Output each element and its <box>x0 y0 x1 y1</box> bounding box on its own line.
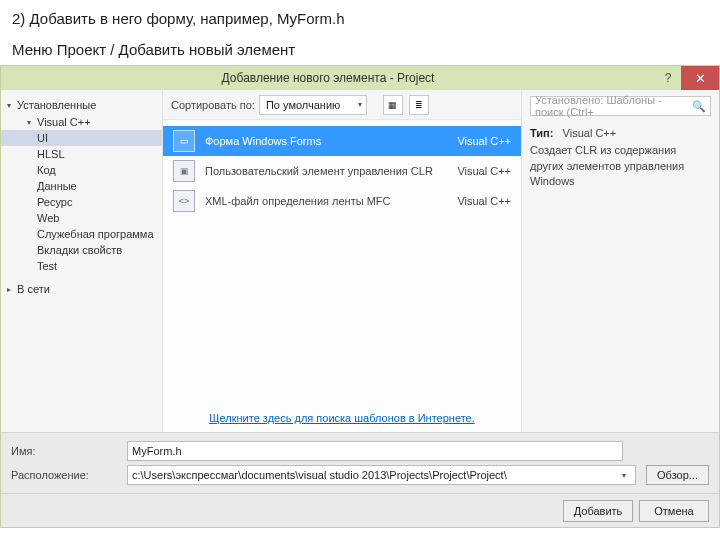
chevron-down-icon[interactable]: ▾ <box>617 471 631 480</box>
instruction-block: 2) Добавить в него форму, например, MyFo… <box>0 0 720 65</box>
tree-leaf[interactable]: Служебная программа <box>1 226 162 242</box>
tree-leaf[interactable]: Вкладки свойств <box>1 242 162 258</box>
tree-visual-cpp-label: Visual C++ <box>37 116 91 128</box>
template-language: Visual C++ <box>457 195 511 207</box>
view-details[interactable]: ≣ <box>409 95 429 115</box>
add-new-item-dialog: Добавление нового элемента - Project ? ✕… <box>0 65 720 528</box>
template-description: Тип: Visual C++ Создает CLR из содержани… <box>530 126 711 190</box>
template-label: Форма Windows Forms <box>205 135 447 147</box>
tree-leaf[interactable]: HLSL <box>1 146 162 162</box>
usercontrol-icon: ▣ <box>173 160 195 182</box>
type-value: Visual C++ <box>563 127 617 139</box>
tree-visual-cpp[interactable]: ▾ Visual C++ <box>1 114 162 130</box>
sort-dropdown[interactable]: По умолчанию <box>259 95 367 115</box>
category-tree: ▾ Установленные ▾ Visual C++ UIHLSLКодДа… <box>1 90 163 432</box>
instruction-line2: Меню Проект / Добавить новый элемент <box>12 39 708 62</box>
template-list: ▭Форма Windows FormsVisual C++▣Пользоват… <box>163 120 521 404</box>
caret-right-icon: ▸ <box>7 285 17 294</box>
online-templates-link[interactable]: Щелкните здесь для поиска шаблонов в Инт… <box>209 412 474 424</box>
template-language: Visual C++ <box>457 165 511 177</box>
titlebar: Добавление нового элемента - Project ? ✕ <box>1 66 719 90</box>
tree-installed-label: Установленные <box>17 99 96 111</box>
location-label: Расположение: <box>11 469 121 481</box>
winforms-icon: ▭ <box>173 130 195 152</box>
description-text: Создает CLR из содержания других элемент… <box>530 143 711 189</box>
tree-installed[interactable]: ▾ Установленные <box>1 96 162 114</box>
template-label: XML-файл определения ленты MFC <box>205 195 447 207</box>
dialog-buttons: Добавить Отмена <box>1 493 719 527</box>
tree-leaf[interactable]: Web <box>1 210 162 226</box>
type-prefix: Тип: <box>530 127 553 139</box>
details-panel: Установлено: Шаблоны - поиск (Ctrl+ 🔍 Ти… <box>521 90 719 432</box>
sort-label: Сортировать по: <box>171 99 255 111</box>
tree-leaf[interactable]: Код <box>1 162 162 178</box>
sort-value: По умолчанию <box>266 99 340 111</box>
caret-down-icon: ▾ <box>7 101 17 110</box>
template-row[interactable]: <>XML-файл определения ленты MFCVisual C… <box>163 186 521 216</box>
name-label: Имя: <box>11 445 121 457</box>
window-title: Добавление нового элемента - Project <box>1 71 655 85</box>
template-search-input[interactable]: Установлено: Шаблоны - поиск (Ctrl+ 🔍 <box>530 96 711 116</box>
tree-leaf[interactable]: Ресурс <box>1 194 162 210</box>
template-label: Пользовательский элемент управления CLR <box>205 165 447 177</box>
tree-leaf[interactable]: Test <box>1 258 162 274</box>
template-toolbar: Сортировать по: По умолчанию ▦ ≣ <box>163 90 521 120</box>
close-button[interactable]: ✕ <box>681 66 719 90</box>
instruction-line1: 2) Добавить в него форму, например, MyFo… <box>12 8 708 31</box>
tree-leaf[interactable]: UI <box>1 130 162 146</box>
search-icon: 🔍 <box>692 100 706 113</box>
tree-leaf[interactable]: Данные <box>1 178 162 194</box>
name-location-form: Имя: MyForm.h Расположение: c:\Users\экс… <box>1 432 719 493</box>
template-language: Visual C++ <box>457 135 511 147</box>
template-row[interactable]: ▣Пользовательский элемент управления CLR… <box>163 156 521 186</box>
dialog-body: ▾ Установленные ▾ Visual C++ UIHLSLКодДа… <box>1 90 719 432</box>
tree-online[interactable]: ▸ В сети <box>1 280 162 298</box>
cancel-button[interactable]: Отмена <box>639 500 709 522</box>
name-value: MyForm.h <box>132 445 182 457</box>
ribbon-xml-icon: <> <box>173 190 195 212</box>
search-placeholder: Установлено: Шаблоны - поиск (Ctrl+ <box>535 94 692 118</box>
view-large-icons[interactable]: ▦ <box>383 95 403 115</box>
online-templates-link-row: Щелкните здесь для поиска шаблонов в Инт… <box>163 404 521 432</box>
template-panel: Сортировать по: По умолчанию ▦ ≣ ▭Форма … <box>163 90 521 432</box>
location-input[interactable]: c:\Users\экспрессмаг\documents\visual st… <box>127 465 636 485</box>
location-value: c:\Users\экспрессмаг\documents\visual st… <box>132 469 617 481</box>
tree-online-label: В сети <box>17 283 50 295</box>
name-input[interactable]: MyForm.h <box>127 441 623 461</box>
template-row[interactable]: ▭Форма Windows FormsVisual C++ <box>163 126 521 156</box>
add-button[interactable]: Добавить <box>563 500 633 522</box>
help-button[interactable]: ? <box>655 67 681 89</box>
browse-button[interactable]: Обзор... <box>646 465 709 485</box>
caret-down-icon: ▾ <box>27 118 37 127</box>
